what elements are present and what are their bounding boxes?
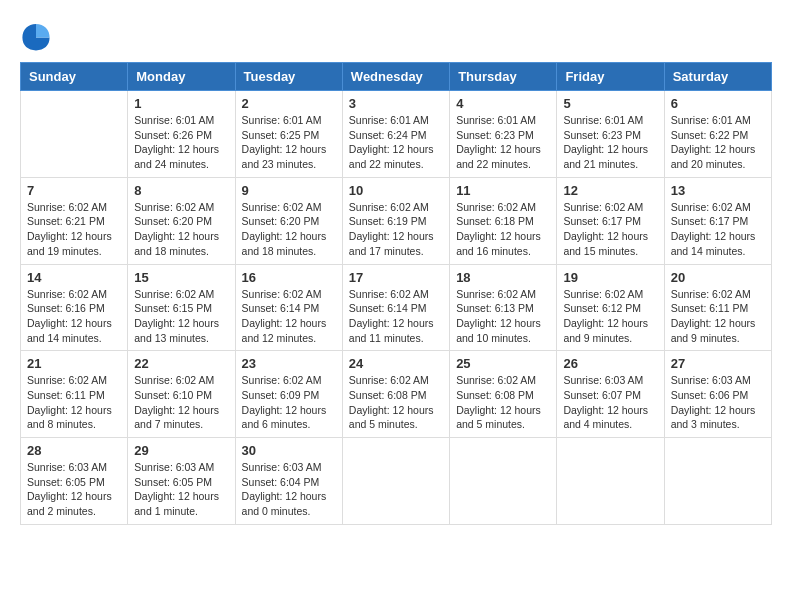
day-info: Sunrise: 6:02 AMSunset: 6:10 PMDaylight:… [134, 373, 228, 432]
day-info: Sunrise: 6:02 AMSunset: 6:13 PMDaylight:… [456, 287, 550, 346]
day-number: 13 [671, 183, 765, 198]
day-cell: 5Sunrise: 6:01 AMSunset: 6:23 PMDaylight… [557, 91, 664, 178]
day-info: Sunrise: 6:02 AMSunset: 6:11 PMDaylight:… [671, 287, 765, 346]
day-number: 19 [563, 270, 657, 285]
day-number: 25 [456, 356, 550, 371]
column-header-sunday: Sunday [21, 63, 128, 91]
week-row-5: 28Sunrise: 6:03 AMSunset: 6:05 PMDayligh… [21, 438, 772, 525]
day-cell: 16Sunrise: 6:02 AMSunset: 6:14 PMDayligh… [235, 264, 342, 351]
day-cell: 1Sunrise: 6:01 AMSunset: 6:26 PMDaylight… [128, 91, 235, 178]
header-row: SundayMondayTuesdayWednesdayThursdayFrid… [21, 63, 772, 91]
day-info: Sunrise: 6:02 AMSunset: 6:14 PMDaylight:… [349, 287, 443, 346]
day-cell: 24Sunrise: 6:02 AMSunset: 6:08 PMDayligh… [342, 351, 449, 438]
day-cell [450, 438, 557, 525]
day-number: 22 [134, 356, 228, 371]
day-cell: 2Sunrise: 6:01 AMSunset: 6:25 PMDaylight… [235, 91, 342, 178]
day-cell: 20Sunrise: 6:02 AMSunset: 6:11 PMDayligh… [664, 264, 771, 351]
day-cell: 18Sunrise: 6:02 AMSunset: 6:13 PMDayligh… [450, 264, 557, 351]
day-cell: 9Sunrise: 6:02 AMSunset: 6:20 PMDaylight… [235, 177, 342, 264]
day-cell [21, 91, 128, 178]
column-header-thursday: Thursday [450, 63, 557, 91]
day-number: 17 [349, 270, 443, 285]
day-number: 10 [349, 183, 443, 198]
day-number: 21 [27, 356, 121, 371]
page-header [20, 20, 772, 52]
week-row-3: 14Sunrise: 6:02 AMSunset: 6:16 PMDayligh… [21, 264, 772, 351]
day-number: 26 [563, 356, 657, 371]
day-number: 28 [27, 443, 121, 458]
day-cell: 12Sunrise: 6:02 AMSunset: 6:17 PMDayligh… [557, 177, 664, 264]
day-cell: 8Sunrise: 6:02 AMSunset: 6:20 PMDaylight… [128, 177, 235, 264]
day-info: Sunrise: 6:01 AMSunset: 6:23 PMDaylight:… [563, 113, 657, 172]
calendar-table: SundayMondayTuesdayWednesdayThursdayFrid… [20, 62, 772, 525]
day-cell: 17Sunrise: 6:02 AMSunset: 6:14 PMDayligh… [342, 264, 449, 351]
day-info: Sunrise: 6:02 AMSunset: 6:20 PMDaylight:… [134, 200, 228, 259]
day-cell [342, 438, 449, 525]
day-number: 12 [563, 183, 657, 198]
day-cell: 4Sunrise: 6:01 AMSunset: 6:23 PMDaylight… [450, 91, 557, 178]
day-cell: 26Sunrise: 6:03 AMSunset: 6:07 PMDayligh… [557, 351, 664, 438]
day-cell: 6Sunrise: 6:01 AMSunset: 6:22 PMDaylight… [664, 91, 771, 178]
column-header-tuesday: Tuesday [235, 63, 342, 91]
day-number: 30 [242, 443, 336, 458]
column-header-wednesday: Wednesday [342, 63, 449, 91]
day-info: Sunrise: 6:01 AMSunset: 6:22 PMDaylight:… [671, 113, 765, 172]
day-info: Sunrise: 6:03 AMSunset: 6:06 PMDaylight:… [671, 373, 765, 432]
logo [20, 20, 56, 52]
day-number: 16 [242, 270, 336, 285]
day-info: Sunrise: 6:02 AMSunset: 6:08 PMDaylight:… [456, 373, 550, 432]
day-info: Sunrise: 6:03 AMSunset: 6:04 PMDaylight:… [242, 460, 336, 519]
day-info: Sunrise: 6:02 AMSunset: 6:17 PMDaylight:… [563, 200, 657, 259]
day-info: Sunrise: 6:02 AMSunset: 6:21 PMDaylight:… [27, 200, 121, 259]
day-cell [664, 438, 771, 525]
day-cell [557, 438, 664, 525]
day-cell: 22Sunrise: 6:02 AMSunset: 6:10 PMDayligh… [128, 351, 235, 438]
column-header-saturday: Saturday [664, 63, 771, 91]
day-number: 23 [242, 356, 336, 371]
day-number: 8 [134, 183, 228, 198]
day-number: 5 [563, 96, 657, 111]
day-number: 18 [456, 270, 550, 285]
day-info: Sunrise: 6:02 AMSunset: 6:18 PMDaylight:… [456, 200, 550, 259]
day-info: Sunrise: 6:01 AMSunset: 6:24 PMDaylight:… [349, 113, 443, 172]
day-info: Sunrise: 6:02 AMSunset: 6:20 PMDaylight:… [242, 200, 336, 259]
day-cell: 19Sunrise: 6:02 AMSunset: 6:12 PMDayligh… [557, 264, 664, 351]
day-cell: 15Sunrise: 6:02 AMSunset: 6:15 PMDayligh… [128, 264, 235, 351]
column-header-friday: Friday [557, 63, 664, 91]
column-header-monday: Monday [128, 63, 235, 91]
day-cell: 28Sunrise: 6:03 AMSunset: 6:05 PMDayligh… [21, 438, 128, 525]
day-cell: 3Sunrise: 6:01 AMSunset: 6:24 PMDaylight… [342, 91, 449, 178]
week-row-2: 7Sunrise: 6:02 AMSunset: 6:21 PMDaylight… [21, 177, 772, 264]
day-number: 27 [671, 356, 765, 371]
day-number: 15 [134, 270, 228, 285]
day-info: Sunrise: 6:02 AMSunset: 6:08 PMDaylight:… [349, 373, 443, 432]
day-cell: 14Sunrise: 6:02 AMSunset: 6:16 PMDayligh… [21, 264, 128, 351]
day-cell: 27Sunrise: 6:03 AMSunset: 6:06 PMDayligh… [664, 351, 771, 438]
day-number: 4 [456, 96, 550, 111]
day-number: 6 [671, 96, 765, 111]
logo-icon [20, 20, 52, 52]
day-number: 14 [27, 270, 121, 285]
week-row-1: 1Sunrise: 6:01 AMSunset: 6:26 PMDaylight… [21, 91, 772, 178]
day-info: Sunrise: 6:02 AMSunset: 6:17 PMDaylight:… [671, 200, 765, 259]
day-info: Sunrise: 6:01 AMSunset: 6:23 PMDaylight:… [456, 113, 550, 172]
day-number: 24 [349, 356, 443, 371]
day-number: 1 [134, 96, 228, 111]
day-info: Sunrise: 6:02 AMSunset: 6:14 PMDaylight:… [242, 287, 336, 346]
week-row-4: 21Sunrise: 6:02 AMSunset: 6:11 PMDayligh… [21, 351, 772, 438]
day-cell: 25Sunrise: 6:02 AMSunset: 6:08 PMDayligh… [450, 351, 557, 438]
day-cell: 13Sunrise: 6:02 AMSunset: 6:17 PMDayligh… [664, 177, 771, 264]
day-number: 20 [671, 270, 765, 285]
day-info: Sunrise: 6:02 AMSunset: 6:16 PMDaylight:… [27, 287, 121, 346]
day-info: Sunrise: 6:02 AMSunset: 6:12 PMDaylight:… [563, 287, 657, 346]
day-number: 2 [242, 96, 336, 111]
day-number: 9 [242, 183, 336, 198]
day-cell: 7Sunrise: 6:02 AMSunset: 6:21 PMDaylight… [21, 177, 128, 264]
day-number: 29 [134, 443, 228, 458]
day-info: Sunrise: 6:03 AMSunset: 6:05 PMDaylight:… [27, 460, 121, 519]
day-number: 7 [27, 183, 121, 198]
day-number: 11 [456, 183, 550, 198]
day-info: Sunrise: 6:02 AMSunset: 6:09 PMDaylight:… [242, 373, 336, 432]
day-info: Sunrise: 6:03 AMSunset: 6:05 PMDaylight:… [134, 460, 228, 519]
day-cell: 10Sunrise: 6:02 AMSunset: 6:19 PMDayligh… [342, 177, 449, 264]
